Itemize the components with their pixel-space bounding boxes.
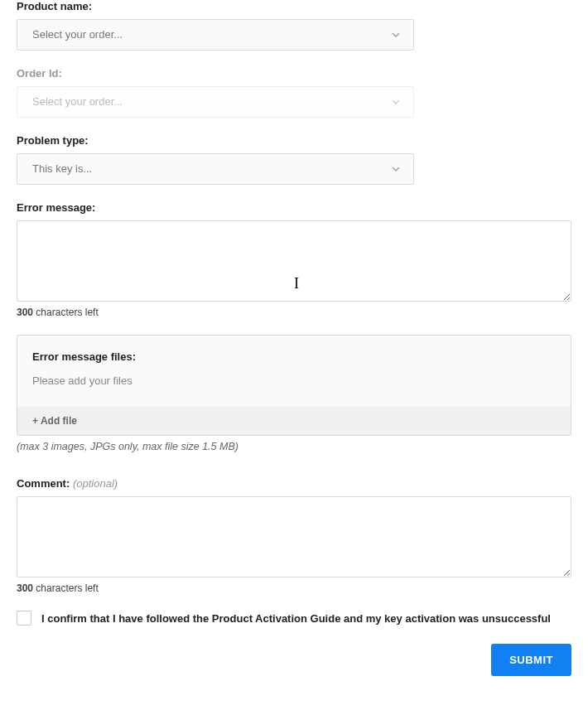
chevron-down-icon bbox=[393, 167, 399, 172]
problem-type-label: Problem type: bbox=[17, 134, 571, 147]
confirm-text: I confirm that I have followed the Produ… bbox=[41, 612, 551, 625]
chevron-down-icon bbox=[393, 33, 399, 37]
order-id-select: Select your order... bbox=[17, 86, 414, 118]
comment-counter: 300 characters left bbox=[17, 582, 571, 594]
error-message-label: Error message: bbox=[17, 201, 571, 214]
error-files-label: Error message files: bbox=[32, 350, 556, 363]
problem-type-select[interactable]: This key is... bbox=[17, 153, 414, 185]
error-message-counter: 300 characters left bbox=[17, 307, 571, 318]
comment-textarea[interactable] bbox=[17, 496, 571, 577]
order-id-label: Order Id: bbox=[17, 67, 571, 80]
submit-button[interactable]: SUBMIT bbox=[491, 644, 571, 676]
add-file-button[interactable]: + Add file bbox=[17, 407, 571, 435]
chevron-down-icon bbox=[393, 100, 399, 104]
error-message-textarea[interactable] bbox=[17, 220, 571, 302]
product-name-select[interactable]: Select your order... bbox=[17, 19, 414, 51]
error-files-hint: Please add your files bbox=[32, 374, 556, 387]
error-files-note: (max 3 images, JPGs only, max file size … bbox=[17, 441, 571, 452]
product-name-label: Product name: bbox=[17, 0, 571, 12]
confirm-checkbox[interactable] bbox=[17, 611, 31, 626]
comment-label: Comment: (optional) bbox=[17, 477, 571, 490]
error-files-box: Error message files: Please add your fil… bbox=[17, 335, 571, 436]
